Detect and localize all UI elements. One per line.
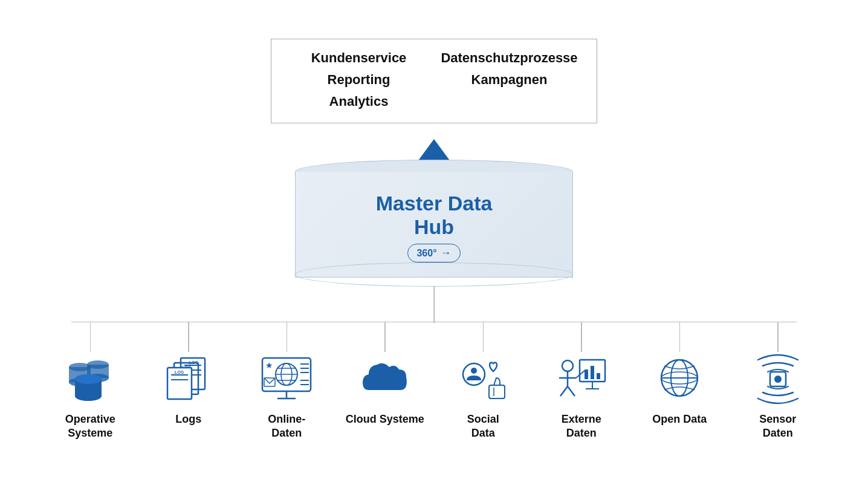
sensor-daten-icon [751,352,805,406]
svg-rect-50 [597,373,600,379]
top-item-reporting: Reporting [290,72,428,88]
badge-360: 360° → [407,244,460,262]
icon-item-cloud-systeme: Cloud Systeme [337,322,433,426]
open-data-label: Open Data [652,412,707,426]
connector-logs [188,322,189,352]
social-data-icon [456,352,510,406]
svg-point-42 [562,360,573,371]
top-item-kundenservice: Kundenservice [290,50,428,66]
master-data-hub: Master DataHub 360° → [295,160,573,287]
logs-icon: .LOG .LOG .LOG [161,352,216,406]
icon-item-social-data: SocialData [435,322,531,441]
svg-rect-49 [591,366,594,379]
bottom-icons-row: OperativeSysteme .LOG [41,322,827,441]
icon-item-operative-systeme: OperativeSysteme [42,322,138,441]
cylinder-body: Master DataHub 360° → [295,172,573,278]
svg-rect-40 [489,385,505,399]
social-data-label: SocialData [467,412,499,441]
arrow-up-icon [417,139,451,162]
connector-vertical [433,287,435,323]
cylinder-bottom [295,262,573,287]
operative-systeme-label: OperativeSysteme [65,412,115,441]
open-data-icon [652,352,707,406]
sensor-daten-label: SensorDaten [759,412,796,441]
connector-cloud [384,322,386,352]
diagram: Kundenservice Datenschutzprozesse Report… [41,21,827,468]
connector-operative [90,322,91,352]
svg-text:.LOG: .LOG [173,370,184,374]
svg-rect-48 [585,369,588,379]
svg-text:★: ★ [265,360,273,370]
icon-item-logs: .LOG .LOG .LOG Logs [140,322,237,426]
online-daten-label: Online-Daten [268,412,305,441]
connector-externe [581,322,582,352]
connector-social [483,322,484,352]
icon-item-open-data: Open Data [631,322,728,426]
connector-online [287,322,288,352]
svg-point-9 [75,374,102,384]
icon-item-sensor-daten: SensorDaten [730,322,826,441]
connector-open [679,322,681,352]
svg-point-39 [471,368,477,374]
svg-point-59 [774,376,782,383]
externe-daten-icon [554,352,609,406]
online-daten-icon: ★ [259,352,314,406]
hub-title: Master DataHub [376,192,493,239]
svg-point-38 [463,363,485,385]
top-box: Kundenservice Datenschutzprozesse Report… [271,39,597,123]
svg-line-45 [560,386,568,396]
svg-line-46 [568,386,575,396]
connector-sensor [777,322,779,352]
icon-item-online-daten: ★ Online-Daten [238,322,335,441]
top-item-datenschutz: Datenschutzprozesse [440,50,578,66]
cloud-systeme-icon [358,352,412,406]
operative-systeme-icon [63,352,117,406]
svg-point-8 [75,391,102,401]
externe-daten-label: ExterneDaten [562,412,601,441]
icon-item-externe-daten: ExterneDaten [533,322,630,441]
top-item-analytics: Analytics [290,94,428,109]
cloud-systeme-label: Cloud Systeme [346,412,424,426]
logs-label: Logs [175,412,201,426]
top-item-kampagnen: Kampagnen [440,72,578,88]
